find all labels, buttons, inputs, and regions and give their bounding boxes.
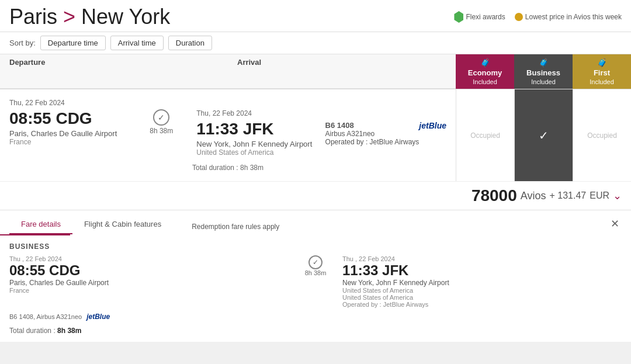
expanded-dep-code: CDG (49, 262, 80, 278)
fare-cells: Occupied ✓ Occupied (456, 89, 631, 181)
expanded-operated: Operated by : JetBlue Airways (342, 301, 622, 308)
expanded-arr-country2: United States of America (342, 294, 622, 301)
arr-time: 11:33 (196, 120, 238, 138)
dep-airport: Paris, Charles De Gaulle Airport (9, 129, 126, 138)
flexi-badge: Flexi awards (454, 11, 505, 23)
business-check-icon: ✓ (539, 129, 549, 143)
sort-arrival-btn[interactable]: Arrival time (110, 36, 164, 50)
aircraft-type: Airbus A321neo (325, 130, 419, 138)
chevron-down-icon[interactable]: ⌄ (613, 189, 622, 202)
expanded-dep-block: Thu , 22 Feb 2024 08:55 CDG Paris, Charl… (9, 255, 289, 294)
first-sub: Included (590, 78, 614, 85)
sort-label: Sort by: (9, 39, 36, 47)
operated-by: Operated by : JetBlue Airways (325, 138, 419, 146)
price-avios-amount: 78000 (471, 186, 517, 205)
expanded-total-duration-value: 8h 38m (57, 327, 81, 335)
expanded-airline-logo: jetBlue (86, 313, 110, 321)
price-row: 78000 Avios + 131.47 EUR ⌄ (0, 181, 631, 210)
expanded-dep-date: Thu , 22 Feb 2024 (9, 255, 289, 262)
lowest-icon (515, 13, 523, 21)
economy-label: Economy (468, 68, 502, 77)
lowest-badge: Lowest price in Avios this week (515, 13, 622, 21)
sort-bar: Sort by: Departure time Arrival time Dur… (0, 32, 631, 54)
flight-details-right: B6 1408 Airbus A321neo Operated by : Jet… (325, 109, 446, 146)
arrival-date: Thu, 22 Feb 2024 (196, 109, 313, 117)
price-currency: EUR (590, 190, 609, 201)
dep-country: France (9, 138, 126, 146)
airline-logo: jetBlue (419, 121, 446, 130)
business-label: Business (526, 68, 560, 77)
close-button[interactable]: ✕ (608, 215, 622, 233)
price-plus: + 131.47 (549, 190, 586, 201)
first-occupied: Occupied (587, 131, 617, 140)
expanded-dep-airport: Paris, Charles De Gaulle Airport (9, 279, 289, 287)
header-badges: Flexi awards Lowest price in Avios this … (454, 11, 622, 23)
expanded-total-duration-prefix: Total duration : (9, 327, 56, 335)
flight-row: Thu, 22 Feb 2024 08:55 CDG Paris, Charle… (0, 89, 631, 181)
duration-text: 8h 38m (150, 127, 173, 135)
flight-number: B6 1408 (325, 121, 419, 130)
origin-label: Paris (9, 5, 57, 29)
expanded-duration-circle-icon: ✓ (308, 255, 323, 269)
expanded-total-duration: Total duration : 8h 38m (9, 327, 622, 335)
page-header: Paris > New York Flexi awards Lowest pri… (0, 0, 631, 32)
flexi-label: Flexi awards (466, 13, 505, 21)
expanded-arr-airport: New York, John F Kennedy Airport (342, 279, 622, 287)
expanded-dep-country: France (9, 287, 289, 294)
expanded-arr-code: JFK (382, 262, 408, 278)
price-avios-label: Avios (521, 190, 546, 202)
economy-occupied: Occupied (470, 131, 500, 140)
arr-time-code: 11:33 JFK (196, 120, 313, 138)
first-label: First (594, 68, 610, 77)
flexi-icon (454, 11, 463, 23)
expanded-arr-block: Thu , 22 Feb 2024 11:33 JFK New York, Jo… (342, 255, 622, 308)
panel-body: BUSINESS Thu , 22 Feb 2024 08:55 CDG Par… (0, 235, 631, 342)
arrival-block: Thu, 22 Feb 2024 11:33 JFK New York, Joh… (196, 109, 313, 157)
first-cell[interactable]: Occupied (573, 89, 631, 181)
duration-circle-icon: ✓ (153, 109, 169, 126)
expanded-duration-text: 8h 38m (305, 269, 327, 276)
redemption-text: Redemption fare rules apply (192, 223, 279, 231)
economy-sub: Included (473, 78, 497, 85)
tab-fare-details[interactable]: Fare details (9, 215, 72, 234)
flight-times-row: 08:55 CDG Paris, Charles De Gaulle Airpo… (9, 109, 446, 157)
business-luggage-icon: 🧳 (539, 58, 549, 67)
arr-country: United States of America (196, 148, 313, 157)
expanded-dep-time: 08:55 (9, 262, 45, 278)
fare-economy: 🧳 Economy Included (456, 54, 514, 89)
flight-details: Thu, 22 Feb 2024 08:55 CDG Paris, Charle… (0, 89, 456, 181)
fare-first: 🧳 First Included (573, 54, 631, 89)
expanded-arr-time-code: 11:33 JFK (342, 262, 622, 279)
fare-class-headers: 🧳 Economy Included 🧳 Business Included 🧳… (456, 54, 631, 89)
route-arrow: > (63, 5, 75, 29)
sort-departure-btn[interactable]: Departure time (40, 36, 106, 50)
duration-block: ✓ 8h 38m (138, 109, 185, 135)
dep-code: CDG (56, 109, 92, 127)
business-sub: Included (531, 78, 556, 85)
dep-time-code: 08:55 CDG (9, 109, 126, 128)
arr-airport: New York, John F Kennedy Airport (196, 140, 313, 148)
first-luggage-icon: 🧳 (597, 58, 607, 67)
col-arrival: Arrival (228, 54, 456, 88)
total-duration: Total duration : 8h 38m (9, 164, 446, 172)
arr-code: JFK (243, 120, 274, 138)
expanded-arr-country: United States of America (342, 287, 622, 294)
tab-cabin-features[interactable]: Flight & Cabin features (72, 215, 173, 234)
expanded-business-label: BUSINESS (9, 242, 622, 251)
expanded-panel: Fare details Flight & Cabin features Red… (0, 210, 631, 342)
business-cell[interactable]: ✓ (514, 89, 573, 181)
col-departure: Departure (0, 54, 228, 88)
lowest-label: Lowest price in Avios this week (525, 13, 622, 21)
expanded-duration-block: ✓ 8h 38m (298, 255, 333, 276)
dep-time: 08:55 (9, 109, 51, 127)
expanded-tabs: Fare details Flight & Cabin features (9, 215, 173, 234)
expanded-arr-time: 11:33 (342, 262, 378, 278)
expanded-flight-row: Thu , 22 Feb 2024 08:55 CDG Paris, Charl… (9, 255, 622, 308)
departure-block: 08:55 CDG Paris, Charles De Gaulle Airpo… (9, 109, 126, 146)
expanded-dep-time-code: 08:55 CDG (9, 262, 289, 279)
fare-business: 🧳 Business Included (514, 54, 573, 89)
economy-cell[interactable]: Occupied (456, 89, 514, 181)
panel-tabs: Fare details Flight & Cabin features (9, 215, 173, 234)
sort-duration-btn[interactable]: Duration (168, 36, 212, 50)
destination-label: New York (81, 5, 170, 29)
